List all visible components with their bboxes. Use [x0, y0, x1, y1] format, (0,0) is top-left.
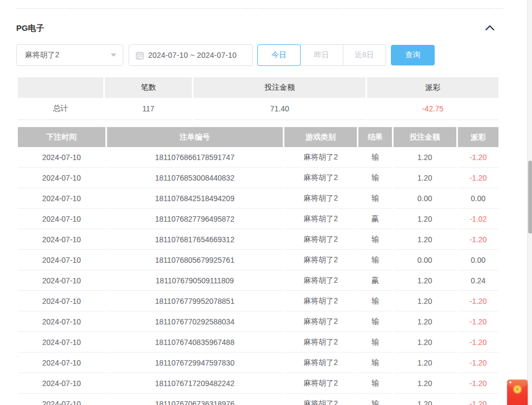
- col-header-payout: 派彩: [458, 127, 498, 147]
- game-select[interactable]: 麻将胡了2: [16, 44, 123, 66]
- red-envelope-icon[interactable]: ¥: [507, 380, 528, 405]
- table-row: 2024-07-10 1811076853008440832 麻将胡了2 输 1…: [18, 168, 498, 188]
- cell-result: 输: [358, 291, 391, 311]
- bet-records-table: 下注时间 注单编号 游戏类别 结果 投注金额 派彩 2024-07-10 181…: [16, 127, 500, 405]
- quick-date-button[interactable]: 昨日: [300, 44, 343, 66]
- betting-records-panel: PG电子 麻将胡了2 2024-07-10 ~ 2024-07-10 今日 昨日: [16, 0, 500, 405]
- cell-bet-date: 2024-07-10: [18, 250, 105, 270]
- cell-bet-id: 1811076853008440832: [107, 168, 283, 188]
- cell-result: 输: [358, 373, 391, 394]
- cell-payout: 0.24: [458, 270, 498, 291]
- cell-payout: 0.00: [458, 250, 498, 270]
- cell-game-type: 麻将胡了2: [284, 270, 357, 291]
- calendar-icon: [136, 51, 144, 59]
- quick-date-button[interactable]: 近8日: [343, 44, 386, 66]
- cell-bet-id: 1811076770292588034: [107, 311, 283, 332]
- summary-total-label: 总计: [18, 98, 103, 120]
- scrollbar-track[interactable]: [527, 0, 532, 405]
- table-row: 2024-07-10 1811076729947597830 麻将胡了2 输 1…: [18, 353, 498, 373]
- cell-result: 输: [358, 147, 391, 168]
- chevron-up-icon: [485, 24, 495, 32]
- cell-game-type: 麻将胡了2: [284, 229, 357, 250]
- cell-bet-amount: 1.20: [394, 311, 456, 332]
- cell-bet-date: 2024-07-10: [18, 311, 105, 332]
- cell-bet-date: 2024-07-10: [18, 147, 105, 168]
- cell-bet-date: 2024-07-10: [18, 373, 105, 394]
- cell-payout: 0.00: [458, 188, 498, 209]
- cell-bet-date: 2024-07-10: [18, 353, 105, 373]
- table-row: 2024-07-10 1811076717209482242 麻将胡了2 输 1…: [18, 373, 498, 394]
- cell-result: 输: [358, 168, 391, 188]
- summary-table: 笔数 投注金额 派彩 总计 117 71.40 -42.75: [16, 77, 500, 120]
- red-envelope-dot: [509, 381, 511, 383]
- page-title: PG电子: [16, 23, 44, 34]
- col-header-bet-id: 注单编号: [107, 127, 283, 147]
- cell-result: 输: [358, 311, 391, 332]
- table-row: 2024-07-10 1811076740835967488 麻将胡了2 输 1…: [18, 332, 498, 353]
- cell-bet-id: 1811076805679925761: [107, 250, 283, 270]
- table-row: 2024-07-10 1811076805679925761 麻将胡了2 输 0…: [18, 250, 498, 270]
- cell-game-type: 麻将胡了2: [284, 332, 357, 353]
- chevron-down-icon: [111, 54, 116, 57]
- cell-result: 赢: [358, 209, 391, 229]
- summary-header-payout: 派彩: [367, 77, 498, 98]
- table-row: 2024-07-10 1811076827796495872 麻将胡了2 赢 1…: [18, 209, 498, 229]
- cell-bet-id: 1811076827796495872: [107, 209, 283, 229]
- cell-bet-id: 1811076729947597830: [107, 353, 283, 373]
- quick-date-button[interactable]: 今日: [257, 44, 301, 66]
- cell-bet-id: 1811076740835967488: [107, 332, 283, 353]
- summary-header-blank: [18, 77, 103, 98]
- cell-bet-id: 1811076706736318976: [107, 394, 283, 405]
- cell-bet-id: 1811076779952078851: [107, 291, 283, 311]
- filter-toolbar: 麻将胡了2 2024-07-10 ~ 2024-07-10 今日 昨日 近8日 …: [16, 44, 500, 66]
- quick-date-button-group: 今日 昨日 近8日: [258, 44, 386, 66]
- cell-bet-date: 2024-07-10: [18, 394, 105, 405]
- cell-bet-date: 2024-07-10: [18, 332, 105, 353]
- cell-bet-id: 1811076866178591747: [107, 147, 283, 168]
- game-select-value: 麻将胡了2: [25, 50, 59, 60]
- summary-bet-amount-value: 71.40: [194, 98, 365, 120]
- cell-payout: -1.20: [458, 229, 498, 250]
- gold-coin-icon: ¥: [513, 385, 522, 394]
- cell-game-type: 麻将胡了2: [284, 353, 357, 373]
- section-divider: [16, 8, 503, 9]
- cell-result: 输: [358, 353, 391, 373]
- cell-payout: -1.20: [458, 311, 498, 332]
- date-range-input[interactable]: 2024-07-10 ~ 2024-07-10: [129, 44, 253, 66]
- cell-bet-amount: 0.00: [394, 188, 456, 209]
- cell-bet-amount: 0.00: [394, 250, 456, 270]
- cell-game-type: 麻将胡了2: [284, 188, 357, 209]
- cell-payout: -1.20: [458, 394, 498, 405]
- cell-bet-amount: 1.20: [394, 209, 456, 229]
- collapse-section-button[interactable]: [484, 23, 496, 33]
- cell-bet-amount: 1.20: [394, 270, 456, 291]
- cell-game-type: 麻将胡了2: [284, 209, 357, 229]
- cell-bet-amount: 1.20: [394, 291, 456, 311]
- cell-payout: -1.20: [458, 147, 498, 168]
- cell-payout: -1.20: [458, 291, 498, 311]
- cell-bet-id: 1811076790509111809: [107, 270, 283, 291]
- cell-bet-amount: 1.20: [394, 353, 456, 373]
- summary-count-value: 117: [105, 98, 192, 120]
- cell-result: 输: [358, 188, 391, 209]
- cell-bet-date: 2024-07-10: [18, 168, 105, 188]
- col-header-result: 结果: [358, 127, 391, 147]
- col-header-bet-amount: 投注金额: [394, 127, 456, 147]
- cell-bet-amount: 1.20: [394, 332, 456, 353]
- cell-game-type: 麻将胡了2: [284, 394, 357, 405]
- cell-payout: -1.20: [458, 373, 498, 394]
- table-row: 2024-07-10 1811076790509111809 麻将胡了2 赢 1…: [18, 270, 498, 291]
- cell-result: 输: [358, 250, 391, 270]
- summary-header-bet-amount: 投注金额: [194, 77, 365, 98]
- cell-bet-amount: 1.20: [394, 229, 456, 250]
- query-button[interactable]: 查询: [391, 45, 435, 65]
- section-header: PG电子: [16, 23, 500, 33]
- cell-bet-date: 2024-07-10: [18, 229, 105, 250]
- cell-payout: -1.20: [458, 168, 498, 188]
- cell-game-type: 麻将胡了2: [284, 168, 357, 188]
- cell-bet-amount: 1.20: [394, 168, 456, 188]
- summary-payout-value: -42.75: [367, 98, 498, 120]
- cell-payout: -1.20: [458, 353, 498, 373]
- table-row: 2024-07-10 1811076817654669312 麻将胡了2 输 1…: [18, 229, 498, 250]
- scrollbar-thumb[interactable]: [528, 161, 532, 234]
